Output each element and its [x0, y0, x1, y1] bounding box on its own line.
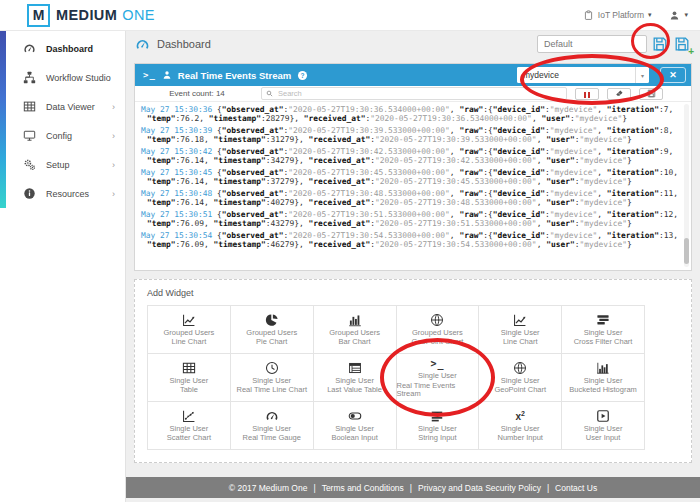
pause-stream-button[interactable] — [575, 88, 599, 100]
widget-cell-label-2: Bar Chart — [339, 338, 371, 347]
sidebar-item-label: Workflow Studio — [46, 73, 111, 83]
platform-menu-label: IoT Platform — [598, 10, 644, 20]
main-content: Dashboard + >_ Rea — [126, 31, 700, 502]
save-icon — [647, 89, 656, 98]
widget-cell-scatter-chart[interactable]: Single User Scatter Chart — [148, 402, 231, 450]
clock-icon — [265, 361, 279, 376]
save-icon — [652, 36, 669, 52]
log-entry: May 27 15:30:51 {"observed_at":"2020-05-… — [141, 210, 683, 228]
widget-cell-label-2: Number Input — [498, 434, 543, 443]
event-log: May 27 15:30:36 {"observed_at":"2020-05-… — [135, 102, 691, 270]
widget-cell-last-value-table[interactable]: Single User Last Value Table — [314, 354, 397, 402]
device-filter-combobox: ▾ — [517, 67, 649, 83]
platform-menu[interactable]: IoT Platform ▾ — [583, 10, 652, 21]
help-icon[interactable]: ? — [297, 70, 308, 81]
search-icon — [266, 90, 273, 97]
event-search-box — [261, 87, 567, 100]
widget-cell-line-chart[interactable]: Single User Line Chart — [479, 306, 562, 354]
widget-cell-line-chart[interactable]: Grouped Users Line Chart — [148, 306, 231, 354]
widget-cell-label-1: Single User — [170, 377, 209, 386]
event-search-input[interactable] — [276, 88, 562, 99]
sidebar-item-setup[interactable]: Setup › — [0, 150, 125, 179]
widget-cell-cross-filter-chart[interactable]: Single User Cross Filter Chart — [562, 306, 645, 354]
info-icon — [23, 187, 36, 200]
footer-link-terms-and-conditions[interactable]: Terms and Conditions — [307, 483, 403, 493]
log-json: {"observed_at":"2020-05-27T19:30:45.5330… — [147, 168, 678, 186]
widget-cell-table[interactable]: Single User Table — [148, 354, 231, 402]
chevron-down-icon: ▾ — [684, 11, 688, 19]
sidebar-accent-strip — [0, 31, 6, 208]
widget-gallery-grid: Grouped Users Line Chart Grouped Users P… — [147, 305, 645, 450]
widget-cell-label-1: Grouped Users — [329, 329, 380, 338]
widget-cell-real-time-events-stream[interactable]: >_ Single User Real Time Events Stream — [397, 354, 480, 402]
sitemap-icon — [23, 71, 36, 84]
widget-cell-geopoint-chart[interactable]: Single User GeoPoint Chart — [479, 354, 562, 402]
save-dashboard-button[interactable] — [652, 36, 669, 53]
add-widget-title: Add Widget — [147, 288, 681, 298]
add-widget-panel: Add Widget Grouped Users Line Chart Grou… — [134, 279, 692, 463]
single-user-icon — [162, 70, 172, 80]
widget-cell-label-1: Grouped Users — [163, 329, 214, 338]
log-json: {"observed_at":"2020-05-27T19:30:48.5330… — [147, 189, 678, 207]
widget-cell-bucketed-histogram[interactable]: Single User Bucketed Histogram — [562, 354, 645, 402]
widget-cell-pie-chart[interactable]: Grouped Users Pie Chart — [231, 306, 314, 354]
sidebar-item-resources[interactable]: Resources › — [0, 179, 125, 208]
sidebar: Dashboard › Workflow Studio › Data Viewe… — [0, 31, 126, 502]
widget-cell-label-2: User Input — [586, 434, 621, 443]
table-grid-icon — [182, 361, 196, 376]
log-json: {"observed_at":"2020-05-27T19:30:54.5330… — [147, 231, 678, 249]
desktop-icon — [23, 129, 36, 142]
log-entry: May 27 15:30:48 {"observed_at":"2020-05-… — [141, 189, 683, 207]
scrollbar-thumb[interactable] — [684, 238, 689, 264]
widget-cell-label-1: Single User — [501, 377, 540, 386]
widget-cell-label-1: Single User — [584, 377, 623, 386]
dashboard-name-input[interactable] — [537, 35, 647, 53]
log-timestamp: May 27 15:30:48 — [141, 189, 212, 198]
log-timestamp: May 27 15:30:45 — [141, 168, 212, 177]
widget-cell-label-2: Pie Chart — [256, 338, 287, 347]
widget-cell-user-input[interactable]: Single User User Input — [562, 402, 645, 450]
close-icon: ✕ — [669, 70, 677, 80]
sidebar-item-workflow-studio[interactable]: Workflow Studio › — [0, 63, 125, 92]
real-time-events-stream-widget: >_ Real Time Events Stream ? ▾ ✕ Event c… — [134, 63, 692, 271]
widget-cell-boolean-input[interactable]: Single User Boolean Input — [314, 402, 397, 450]
widget-cell-label-2: Bucketed Histogram — [569, 386, 637, 395]
widget-cell-real-time-gauge[interactable]: Single User Real Time Gauge — [231, 402, 314, 450]
brand-logo[interactable]: M MEDIUM ONE — [27, 4, 155, 27]
widget-cell-label-1: Single User — [252, 377, 291, 386]
footer-link-privacy-and-data-security-policy[interactable]: Privacy and Data Security Policy — [404, 483, 541, 493]
lines-icon — [430, 409, 444, 424]
sidebar-item-data-viewer[interactable]: Data Viewer › — [0, 92, 125, 121]
widget-cell-label-1: Single User — [584, 329, 623, 338]
brand-name-primary: MEDIUM — [56, 7, 117, 23]
clear-events-button[interactable] — [607, 88, 631, 100]
widget-cell-geopoint-chart[interactable]: Grouped Users GeoPoint Chart — [397, 306, 480, 354]
widget-cell-label-1: Grouped Users — [246, 329, 297, 338]
close-widget-button[interactable]: ✕ — [660, 67, 686, 83]
widget-cell-label-1: Single User — [170, 425, 209, 434]
device-filter-input[interactable] — [517, 67, 635, 83]
log-json: {"observed_at":"2020-05-27T19:30:36.5340… — [147, 105, 673, 123]
footer-link-contact-us[interactable]: Contact Us — [541, 483, 597, 493]
svg-text:?: ? — [301, 71, 305, 78]
combobox-caret-icon[interactable]: ▾ — [635, 67, 649, 83]
widget-cell-bar-chart[interactable]: Grouped Users Bar Chart — [314, 306, 397, 354]
widget-cell-label-2: Line Chart — [503, 338, 538, 347]
user-menu[interactable]: ▾ — [669, 10, 688, 21]
widget-cell-label-1: Single User — [418, 425, 457, 434]
sidebar-item-config[interactable]: Config › — [0, 121, 125, 150]
bar-chart-icon — [348, 313, 362, 328]
save-as-new-dashboard-button[interactable]: + — [674, 36, 691, 53]
widget-cell-label-2: Boolean Input — [331, 434, 377, 443]
widget-cell-label-1: Single User — [501, 425, 540, 434]
widget-cell-label-1: Single User — [501, 329, 540, 338]
medium-one-logo-icon: M — [27, 4, 50, 27]
widget-cell-number-input[interactable]: x2 Single User Number Input — [479, 402, 562, 450]
log-entry: May 27 15:30:36 {"observed_at":"2020-05-… — [141, 105, 683, 123]
sidebar-nav: Dashboard › Workflow Studio › Data Viewe… — [0, 31, 125, 208]
sidebar-item-dashboard[interactable]: Dashboard › — [0, 34, 125, 63]
export-events-button[interactable] — [639, 88, 663, 100]
widget-cell-string-input[interactable]: Single User String Input — [397, 402, 480, 450]
widget-cell-real-time-line-chart[interactable]: Single User Real Time Line Chart — [231, 354, 314, 402]
page-title: Dashboard — [157, 38, 211, 50]
